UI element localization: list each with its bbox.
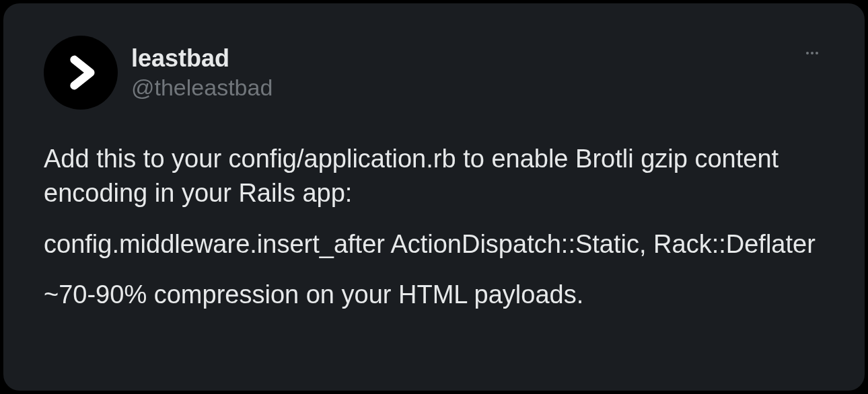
svg-point-2	[816, 52, 818, 54]
svg-point-0	[806, 52, 809, 54]
tweet-paragraph: ~70-90% compression on your HTML payload…	[44, 278, 824, 312]
tweet-card: leastbad @theleastbad Add this to your c…	[3, 3, 865, 391]
tweet-header: leastbad @theleastbad	[44, 36, 824, 110]
tweet-body: Add this to your config/application.rb t…	[44, 142, 824, 312]
more-icon	[804, 45, 820, 61]
user-info: leastbad @theleastbad	[131, 44, 273, 102]
avatar[interactable]	[44, 36, 118, 110]
chevron-right-icon	[61, 53, 100, 92]
more-button[interactable]	[800, 41, 824, 65]
svg-point-1	[811, 52, 813, 54]
tweet-paragraph: Add this to your config/application.rb t…	[44, 142, 824, 211]
handle[interactable]: @theleastbad	[131, 74, 273, 102]
display-name[interactable]: leastbad	[131, 44, 273, 73]
tweet-paragraph: config.middleware.insert_after ActionDis…	[44, 227, 824, 262]
